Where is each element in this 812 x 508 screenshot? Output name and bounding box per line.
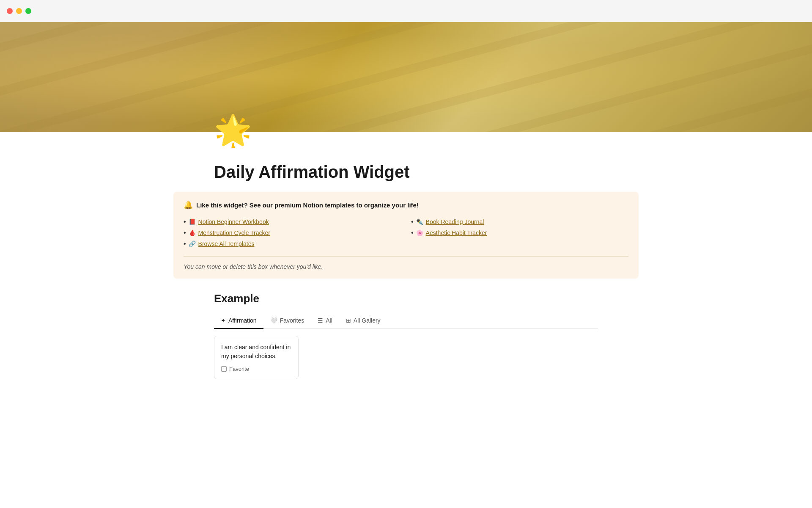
section-title: Example bbox=[173, 292, 639, 305]
item-emoji: 📕 bbox=[189, 218, 196, 225]
favorite-label: Favorite bbox=[229, 366, 249, 372]
list-item: 🌸 Aesthetic Habit Tracker bbox=[411, 227, 628, 238]
callout-list-right: ✒️ Book Reading Journal 🌸 Aesthetic Habi… bbox=[411, 216, 628, 249]
tab-all-gallery[interactable]: ⊞ All Gallery bbox=[339, 314, 387, 329]
callout-box: 🔔 Like this widget? See our premium Noti… bbox=[173, 192, 639, 279]
tab-all-gallery-label: All Gallery bbox=[354, 317, 381, 324]
maximize-button[interactable] bbox=[25, 8, 31, 14]
card-favorite: Favorite bbox=[221, 366, 291, 372]
list-item: 📕 Notion Beginner Workbook bbox=[184, 216, 401, 227]
callout-divider bbox=[184, 256, 628, 257]
tab-all[interactable]: ☰ All bbox=[311, 314, 339, 329]
book-reading-link[interactable]: Book Reading Journal bbox=[426, 218, 484, 225]
tabs-wrapper: ✦ Affirmation 🤍 Favorites ☰ All ⊞ All Ga… bbox=[173, 314, 639, 329]
callout-list-left: 📕 Notion Beginner Workbook 🩸 Menstruatio… bbox=[184, 216, 401, 249]
tab-all-label: All bbox=[326, 317, 332, 324]
notion-beginner-link[interactable]: Notion Beginner Workbook bbox=[198, 218, 269, 225]
list-item: ✒️ Book Reading Journal bbox=[411, 216, 628, 227]
callout-wrapper: 🔔 Like this widget? See our premium Noti… bbox=[0, 192, 812, 279]
item-emoji: 🩸 bbox=[189, 229, 196, 236]
tab-affirmation-label: Affirmation bbox=[228, 317, 257, 324]
tab-favorites-label: Favorites bbox=[280, 317, 304, 324]
favorite-checkbox[interactable] bbox=[221, 366, 227, 372]
tab-all-icon: ☰ bbox=[318, 317, 323, 324]
tab-favorites-icon: 🤍 bbox=[270, 317, 277, 324]
callout-header: 🔔 Like this widget? See our premium Noti… bbox=[184, 200, 628, 210]
tab-affirmation-icon: ✦ bbox=[221, 317, 226, 324]
item-emoji: 🌸 bbox=[416, 229, 423, 236]
cards-wrapper: I am clear and confident in my personal … bbox=[173, 336, 639, 379]
item-emoji: ✒️ bbox=[416, 218, 423, 225]
titlebar bbox=[0, 0, 812, 22]
minimize-button[interactable] bbox=[16, 8, 22, 14]
page-title: Daily Affirmation Widget bbox=[173, 149, 639, 182]
close-button[interactable] bbox=[7, 8, 13, 14]
list-item: 🩸 Menstruation Cycle Tracker bbox=[184, 227, 401, 238]
item-emoji: 🔗 bbox=[189, 240, 196, 247]
affirmation-card: I am clear and confident in my personal … bbox=[214, 336, 299, 379]
card-text: I am clear and confident in my personal … bbox=[221, 343, 291, 361]
page-icon: 🌟 bbox=[214, 115, 598, 146]
callout-header-text: Like this widget? See our premium Notion… bbox=[196, 202, 419, 209]
tab-favorites[interactable]: 🤍 Favorites bbox=[263, 314, 311, 329]
browse-all-link[interactable]: Browse All Templates bbox=[198, 240, 255, 247]
aesthetic-habit-link[interactable]: Aesthetic Habit Tracker bbox=[426, 229, 487, 236]
tab-all-gallery-icon: ⊞ bbox=[346, 317, 351, 324]
menstruation-tracker-link[interactable]: Menstruation Cycle Tracker bbox=[198, 229, 270, 236]
list-item: 🔗 Browse All Templates bbox=[184, 238, 401, 249]
page-wrapper: 🌟 Daily Affirmation Widget 🔔 Like this w… bbox=[0, 22, 812, 379]
tab-affirmation[interactable]: ✦ Affirmation bbox=[214, 314, 263, 329]
tabs: ✦ Affirmation 🤍 Favorites ☰ All ⊞ All Ga… bbox=[214, 314, 598, 329]
callout-icon: 🔔 bbox=[184, 200, 193, 210]
callout-lists: 📕 Notion Beginner Workbook 🩸 Menstruatio… bbox=[184, 216, 628, 249]
callout-note: You can move or delete this box whenever… bbox=[184, 263, 628, 270]
